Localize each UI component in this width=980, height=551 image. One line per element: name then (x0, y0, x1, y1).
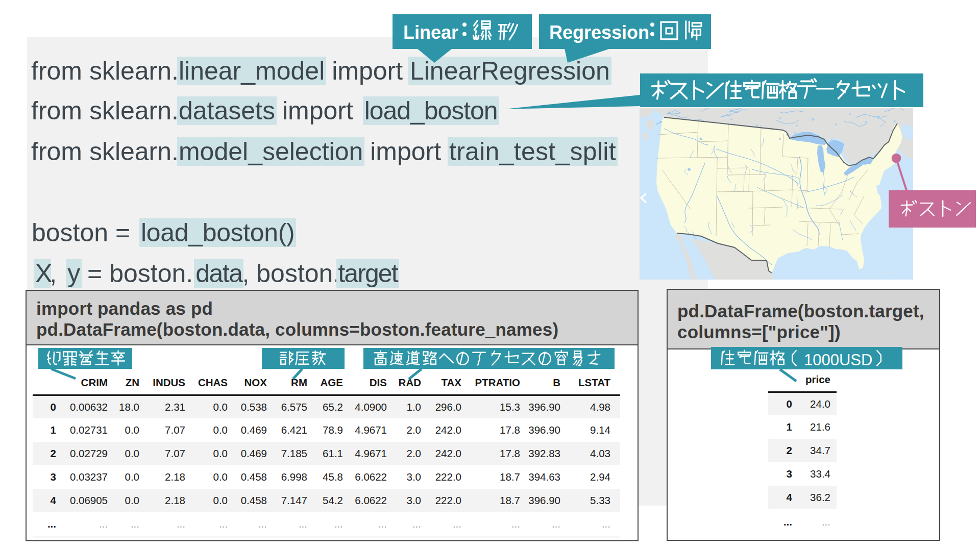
svg-text:1000USD: 1000USD (804, 351, 872, 369)
svg-text:Regression: Regression (549, 22, 649, 43)
svg-text:Linear: Linear (403, 22, 458, 43)
